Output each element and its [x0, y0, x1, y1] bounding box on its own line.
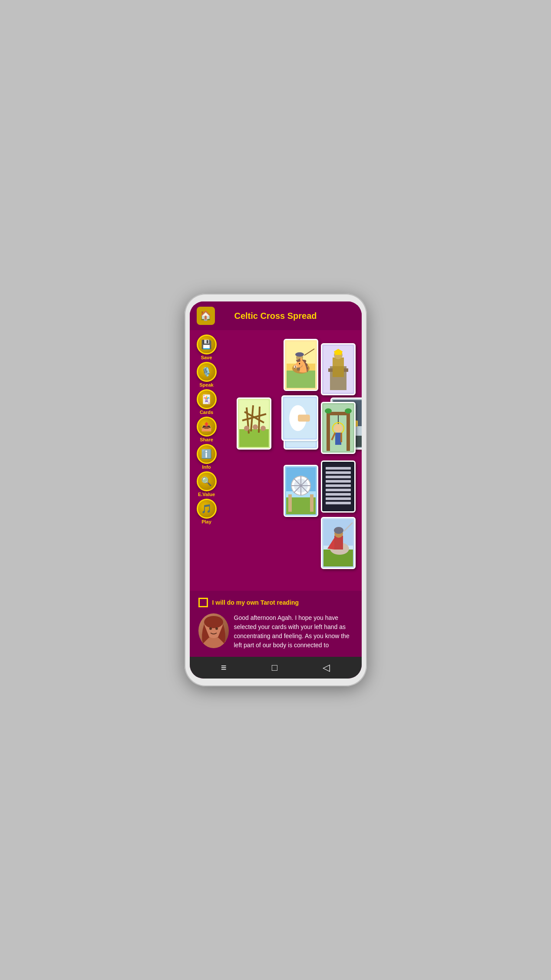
- svg-point-96: [209, 627, 212, 630]
- spread-area: 💾 Save 🎙️ Speak 🃏 Cards 📤 Share: [193, 334, 358, 586]
- svg-rect-77: [326, 476, 351, 478]
- avatar: [198, 613, 229, 648]
- menu-icon: ≡: [221, 662, 227, 673]
- card-past[interactable]: [237, 397, 271, 450]
- share-icon: 📤: [197, 417, 217, 437]
- svg-rect-5: [297, 360, 302, 371]
- evalue-button[interactable]: 🔍 E.Value: [197, 471, 217, 497]
- svg-point-97: [215, 627, 218, 630]
- card-r4-art: [322, 518, 354, 568]
- svg-rect-80: [326, 489, 351, 491]
- svg-rect-83: [326, 502, 351, 504]
- cards-button[interactable]: 🃏 Cards: [197, 389, 217, 415]
- svg-rect-58: [328, 368, 333, 372]
- card-past-art: [238, 399, 270, 448]
- card-above-art: [285, 340, 317, 390]
- save-button[interactable]: 💾 Save: [197, 334, 217, 360]
- nav-bar: ≡ □ ◁: [190, 657, 362, 679]
- svg-rect-76: [326, 471, 351, 474]
- card-above[interactable]: [284, 339, 318, 391]
- svg-point-91: [334, 527, 343, 534]
- svg-rect-63: [327, 412, 330, 451]
- svg-point-17: [244, 426, 249, 431]
- save-icon: 💾: [197, 334, 217, 354]
- home-icon: 🏠: [200, 310, 211, 321]
- card-below[interactable]: [284, 465, 318, 517]
- play-icon: 🎵: [197, 499, 217, 519]
- card-r2-art: [322, 403, 354, 453]
- card-r1-art: [322, 344, 354, 394]
- evalue-label: E.Value: [198, 492, 215, 497]
- svg-rect-30: [297, 415, 310, 422]
- play-button[interactable]: 🎵 Play: [197, 499, 217, 524]
- info-icon: ℹ️: [197, 444, 217, 464]
- svg-rect-64: [346, 412, 350, 451]
- save-label: Save: [201, 355, 212, 360]
- svg-rect-79: [326, 484, 351, 487]
- svg-point-7: [295, 352, 304, 357]
- phone-shell: 🏠 Celtic Cross Spread 💾 Save 🎙️ Speak: [185, 294, 367, 686]
- bottom-section: I will do my own Tarot reading: [190, 591, 362, 657]
- speak-label: Speak: [199, 382, 213, 387]
- card-r2[interactable]: [321, 402, 356, 454]
- svg-rect-82: [326, 497, 351, 500]
- svg-point-95: [204, 616, 223, 628]
- nav-back-button[interactable]: ◁: [323, 662, 330, 673]
- nav-home-button[interactable]: □: [272, 662, 277, 673]
- svg-rect-78: [326, 480, 351, 483]
- cards-icon: 🃏: [197, 389, 217, 409]
- play-label: Play: [201, 519, 211, 524]
- reading-area: Good afternoon Agah. I hope you have sel…: [198, 613, 353, 650]
- info-label: Info: [202, 464, 211, 470]
- card-below-art: [285, 466, 317, 516]
- svg-point-19: [261, 426, 266, 431]
- card-crossing-art: [283, 397, 317, 440]
- svg-point-65: [325, 408, 332, 414]
- main-content: 💾 Save 🎙️ Speak 🃏 Cards 📤 Share: [190, 330, 362, 591]
- svg-rect-57: [333, 366, 344, 377]
- svg-rect-75: [326, 467, 351, 470]
- svg-rect-11: [239, 429, 269, 447]
- card-r3-art: [322, 462, 354, 511]
- own-reading-checkbox[interactable]: [198, 598, 208, 607]
- share-button[interactable]: 📤 Share: [197, 417, 217, 442]
- phone-screen: 🏠 Celtic Cross Spread 💾 Save 🎙️ Speak: [190, 301, 362, 679]
- svg-rect-59: [344, 368, 348, 372]
- svg-point-66: [345, 408, 352, 414]
- card-r3[interactable]: [321, 460, 356, 513]
- svg-point-68: [334, 424, 343, 433]
- back-icon: ◁: [323, 662, 330, 673]
- sidebar: 💾 Save 🎙️ Speak 🃏 Cards 📤 Share: [193, 334, 220, 586]
- reading-text: Good afternoon Agah. I hope you have sel…: [234, 613, 353, 650]
- card-r1[interactable]: [321, 343, 356, 395]
- svg-point-18: [253, 424, 258, 430]
- card-crossing[interactable]: [281, 395, 318, 441]
- page-title: Celtic Cross Spread: [215, 311, 337, 321]
- share-label: Share: [200, 437, 213, 442]
- svg-rect-81: [326, 493, 351, 496]
- header: 🏠 Celtic Cross Spread: [190, 301, 362, 330]
- home-button[interactable]: 🏠: [197, 307, 215, 325]
- svg-rect-51: [310, 494, 313, 512]
- cards-label: Cards: [200, 410, 213, 415]
- svg-rect-50: [288, 494, 292, 512]
- evalue-icon: 🔍: [197, 471, 217, 491]
- info-button[interactable]: ℹ️ Info: [197, 444, 217, 470]
- card-r4[interactable]: [321, 517, 356, 569]
- nav-home-icon: □: [272, 662, 277, 673]
- speak-button[interactable]: 🎙️ Speak: [197, 362, 217, 387]
- cards-layout: [223, 334, 358, 586]
- speak-icon: 🎙️: [197, 362, 217, 382]
- nav-menu-button[interactable]: ≡: [221, 662, 227, 673]
- checkbox-row: I will do my own Tarot reading: [198, 598, 353, 607]
- svg-rect-70: [335, 433, 341, 445]
- checkbox-label: I will do my own Tarot reading: [212, 599, 299, 606]
- svg-point-4: [292, 363, 310, 374]
